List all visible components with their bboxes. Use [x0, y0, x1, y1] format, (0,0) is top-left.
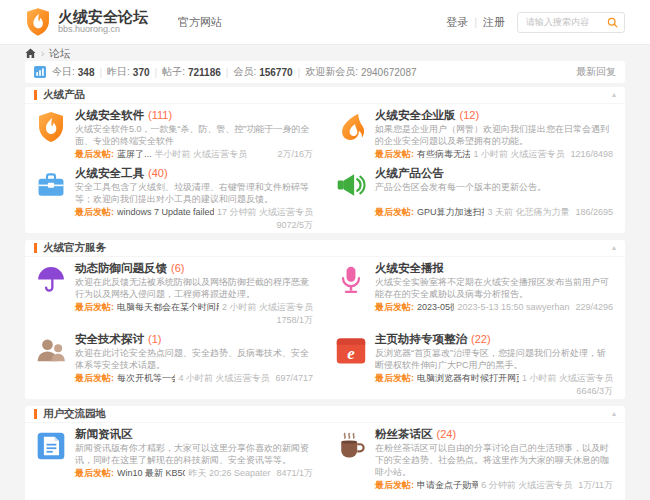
forum-counters: 1万/11万 [572, 480, 613, 490]
forum-description: 欢迎在此反馈无法被系统防御以及网络防御拦截的程序恶意行为以及网络入侵问题，工程师… [75, 276, 313, 300]
forum-description: 反浏览器“首页篡改”治理专区，您提问题我们分析处理，斩断侵权软件伸向广大PC用户… [375, 347, 613, 371]
forum-counters: 697/4717 [269, 373, 313, 383]
forum-title-link[interactable]: 火绒安全播报 [375, 262, 444, 275]
forum-count: (12) [460, 109, 480, 122]
section-header: 火绒产品 ▴ [25, 87, 625, 104]
breadcrumb-separator: › [41, 48, 44, 59]
lastpost-title-link[interactable]: windows 7 Update failed,What t ... [117, 207, 214, 217]
forum-counters: 2万/16万 [271, 149, 313, 159]
forum-security-software: 火绒安全软件 (111) 火绒安全软件5.0，一款集“杀、防、管、控”功能于一身… [25, 104, 325, 162]
section-header: 用户交流园地 ▴ [25, 406, 625, 423]
forum-title-link[interactable]: 火绒产品公告 [375, 167, 444, 180]
forum-title-link[interactable]: 粉丝茶话区 [375, 428, 433, 441]
lastpost-row: 最后发帖: 电脑每天都会在某个时间段出现断 ... 2 小时前 火绒运营专员 [75, 302, 313, 312]
site-logo[interactable]: 火绒安全论坛 bbs.huorong.cn [25, 7, 148, 37]
forum-description: 火绒安全软件5.0，一款集“杀、防、管、控”功能于一身的全面、专业的终端安全软件 [75, 123, 313, 147]
newest-member-link[interactable]: 2940672087 [361, 67, 417, 78]
section-title: 用户交流园地 [43, 407, 106, 421]
lastpost-row: 最后发帖: GPU算力加速扫描，火绒安全产品 ... 3 天前 化悲痛为力量 1… [375, 207, 613, 217]
forum-title-link[interactable]: 火绒安全工具 [75, 167, 144, 180]
collapse-icon[interactable]: ▴ [612, 244, 616, 252]
forum-counters: 6646/3万 [375, 386, 613, 396]
megaphone-icon [335, 169, 367, 201]
lastpost-title-link[interactable]: 2023-05微软漏洞通告 [417, 302, 454, 312]
auth-divider: | [474, 16, 477, 28]
forum-count: (22) [471, 333, 491, 346]
lastpost-row: 最后发帖: windows 7 Update failed,What t ...… [75, 207, 313, 217]
accent-bar [34, 90, 37, 100]
lastpost-title-link[interactable]: 电脑浏览器有时候打开网页会跳转 ... [417, 373, 519, 383]
lastpost-title-link[interactable]: Win10 最新 KB5026361 补丁惹祸 ... [117, 468, 185, 478]
register-link[interactable]: 注册 [483, 15, 505, 30]
forum-stats-bar: 今日: 348 | 昨日: 370 | 帖子: 721186 | 会员: 156… [25, 61, 625, 83]
login-link[interactable]: 登录 [446, 15, 468, 30]
members-label: 会员: [233, 65, 256, 79]
lastpost-label: 最后发帖: [75, 207, 114, 217]
stats-divider: | [99, 67, 102, 78]
lastpost-title-link[interactable]: 申请金点子勋章 [417, 480, 478, 490]
nav-official-site[interactable]: 官方网站 [178, 15, 222, 30]
lastpost-label: 最后发帖: [75, 373, 114, 383]
section-user-community: 用户交流园地 ▴ 新闻资讯区 [25, 406, 625, 500]
chart-icon [34, 66, 46, 78]
lastpost-meta: 昨天 20:26 Seapater [188, 468, 270, 478]
accent-bar [34, 243, 37, 253]
lastpost-label: 最后发帖: [375, 480, 414, 490]
forum-counters: 1216/8498 [564, 149, 613, 159]
forum-title-link[interactable]: 火绒安全软件 [75, 109, 144, 122]
forum-security-tools: 火绒安全工具 (40) 安全工具包含了火绒剑、垃圾清理、右键管理和文件粉碎等等；… [25, 162, 325, 233]
home-icon[interactable] [25, 48, 36, 59]
forum-title-link[interactable]: 火绒安全企业版 [375, 109, 456, 122]
lastpost-meta: 3 天前 化悲痛为力量 [487, 207, 569, 217]
accent-bar [34, 409, 37, 419]
forum-count: (1) [148, 333, 161, 346]
collapse-icon[interactable]: ▴ [612, 91, 616, 99]
coffee-cup-icon [335, 430, 367, 462]
breadcrumb-forum[interactable]: 论坛 [49, 47, 70, 61]
section-title: 火绒官方服务 [43, 241, 106, 255]
forum-count: (24) [437, 428, 457, 441]
lastpost-meta: 1 小时前 火绒运营专员 [473, 149, 564, 159]
forum-title-link[interactable]: 主页劫持专项整治 [375, 333, 467, 346]
lastpost-row: 最后发帖: 电脑浏览器有时候打开网页会跳转 ... 1 小时前 火绒运营专员 [375, 373, 613, 383]
forum-user-rules: 用户规则分享区 (21) [25, 493, 325, 500]
posts-value: 721186 [188, 67, 221, 78]
lastpost-meta: 17 分钟前 火绒运营专员 [217, 207, 313, 217]
forum-counters: 8471/1万 [270, 468, 313, 478]
latest-reply-link[interactable]: 最新回复 [576, 65, 616, 79]
auth-links: 登录 | 注册 [446, 15, 505, 30]
search-icon[interactable] [607, 17, 618, 28]
forum-title-link[interactable]: 新闻资讯区 [75, 428, 133, 441]
collapse-icon[interactable]: ▴ [612, 410, 616, 418]
forum-description: 如果您是企业用户（网管）欢迎向我们提出您在日常会遇到的企业安全问题以及希望拥有的… [375, 123, 613, 147]
search-box[interactable] [517, 12, 625, 33]
breadcrumb: › 论坛 [25, 45, 625, 61]
forum-security-tech-discussion: 安全技术探讨 (1) 欢迎在此讨论安全热点问题、安全趋势、反病毒技术、安全体系等… [25, 328, 325, 399]
lastpost-title-link[interactable]: 每次开机等一会不动，Microsoft ... [117, 373, 175, 383]
lastpost-label: 最后发帖: [375, 149, 414, 159]
search-input[interactable] [524, 16, 607, 28]
section-header: 火绒官方服务 ▴ [25, 240, 625, 257]
lastpost-title-link[interactable]: 蓝屏了... [117, 149, 152, 159]
stats-divider: | [226, 67, 229, 78]
forum-title-link[interactable]: 安全技术探讨 [75, 333, 144, 346]
lastpost-title-link[interactable]: 电脑每天都会在某个时间段出现断 ... [117, 302, 219, 312]
lastpost-title-link[interactable]: GPU算力加速扫描，火绒安全产品 ... [417, 207, 484, 217]
site-title: 火绒安全论坛 [58, 9, 148, 24]
lastpost-title-link[interactable]: 有些病毒无法清除干净 [417, 149, 470, 159]
stats-divider: | [298, 67, 301, 78]
forum-count: (6) [171, 262, 184, 275]
forum-description: 安全工具包含了火绒剑、垃圾清理、右键管理和文件粉碎等等；欢迎向我们提出对小工具的… [75, 181, 313, 205]
toolbox-icon [35, 169, 67, 201]
section-official-services: 火绒官方服务 ▴ 动态防御问题反馈 (6) 欢迎在此反馈无法被系统防御以及网络防… [25, 240, 625, 399]
site-domain: bbs.huorong.cn [58, 24, 148, 35]
lastpost-meta: 2023-5-13 15:50 sawyerhan [457, 302, 569, 312]
lastpost-meta: 6 分钟前 火绒运营专员 [481, 480, 572, 490]
forum-counters: 186/2695 [569, 207, 613, 217]
forum-title-link[interactable]: 动态防御问题反馈 [75, 262, 167, 275]
forum-counters: 9072/5万 [75, 220, 313, 230]
section-title: 火绒产品 [43, 88, 85, 102]
lastpost-meta: 1 小时前 火绒运营专员 [522, 373, 613, 383]
forum-fans-teahouse: 粉丝茶话区 (24) 在粉丝茶话区可以自由的分享讨论自己的生活琐事，以及时下的安… [325, 423, 625, 493]
forum-defense-feedback: 动态防御问题反馈 (6) 欢迎在此反馈无法被系统防御以及网络防御拦截的程序恶意行… [25, 257, 325, 328]
